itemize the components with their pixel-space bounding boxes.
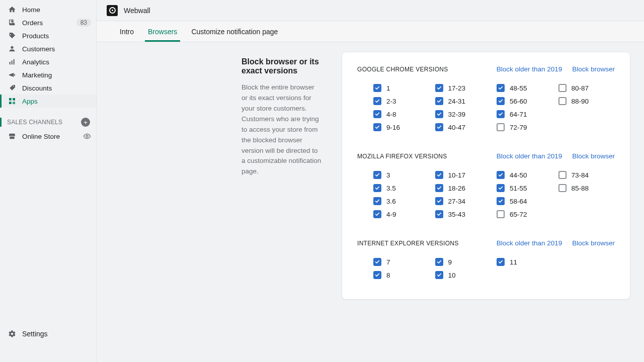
version-option[interactable]: 2-3	[373, 97, 430, 105]
analytics-icon	[7, 58, 17, 66]
version-option[interactable]: 73-84	[558, 171, 615, 179]
block-browser-link[interactable]: Block browser	[572, 152, 615, 160]
sidebar-item-apps[interactable]: Apps	[0, 95, 96, 108]
version-option[interactable]: 65-72	[497, 210, 553, 218]
version-option[interactable]: 35-43	[435, 210, 492, 218]
block-older-link[interactable]: Block older than 2019	[497, 65, 562, 73]
checkbox-icon[interactable]	[373, 110, 381, 118]
checkbox-icon[interactable]	[373, 210, 381, 218]
version-label: 56-60	[510, 98, 527, 105]
sales-channels-label: SALES CHANNELS	[7, 119, 62, 126]
checkbox-icon[interactable]	[435, 97, 443, 105]
sidebar-channel-online-store[interactable]: Online Store	[0, 130, 96, 143]
version-option[interactable]: 9	[435, 258, 492, 266]
sidebar-item-orders[interactable]: Orders83	[0, 16, 96, 29]
checkbox-icon[interactable]	[497, 184, 505, 192]
block-older-link[interactable]: Block older than 2019	[497, 239, 562, 247]
version-option[interactable]: 44-50	[497, 171, 553, 179]
checkbox-icon[interactable]	[497, 197, 505, 205]
checkbox-icon[interactable]	[435, 84, 443, 92]
sidebar-item-analytics[interactable]: Analytics	[0, 55, 96, 68]
version-option[interactable]: 9-16	[373, 123, 430, 131]
sidebar-item-customers[interactable]: Customers	[0, 42, 96, 55]
version-option[interactable]: 4-9	[373, 210, 430, 218]
checkbox-icon[interactable]	[373, 271, 381, 279]
version-option[interactable]: 64-71	[497, 110, 553, 118]
checkbox-icon[interactable]	[435, 258, 443, 266]
checkbox-icon[interactable]	[558, 171, 567, 179]
checkbox-icon[interactable]	[373, 123, 381, 131]
version-option[interactable]: 10-17	[435, 171, 492, 179]
checkbox-icon[interactable]	[497, 110, 505, 118]
version-option[interactable]: 85-88	[558, 184, 615, 192]
version-option[interactable]: 10	[435, 271, 492, 279]
version-option[interactable]: 11	[497, 258, 553, 266]
version-option[interactable]: 8	[373, 271, 430, 279]
checkbox-icon[interactable]	[373, 84, 381, 92]
checkbox-icon[interactable]	[373, 258, 381, 266]
checkbox-icon[interactable]	[497, 97, 505, 105]
version-option[interactable]: 24-31	[435, 97, 492, 105]
version-option[interactable]: 32-39	[435, 110, 492, 118]
version-option[interactable]: 40-47	[435, 123, 492, 131]
version-label: 40-47	[448, 124, 466, 131]
checkbox-icon[interactable]	[435, 210, 443, 218]
sidebar-item-home[interactable]: Home	[0, 3, 96, 16]
sidebar-item-discounts[interactable]: Discounts	[0, 81, 96, 95]
tab-browsers[interactable]: Browsers	[141, 21, 184, 42]
version-option[interactable]: 18-26	[435, 184, 492, 192]
add-channel-icon[interactable]: +	[81, 118, 90, 127]
version-option[interactable]: 88-90	[558, 97, 615, 105]
checkbox-icon[interactable]	[373, 197, 381, 205]
content: Block browser or its exact versions Bloc…	[97, 42, 644, 362]
block-browser-link[interactable]: Block browser	[572, 65, 615, 73]
version-option[interactable]: 58-64	[497, 197, 553, 205]
version-option[interactable]: 3.6	[373, 197, 430, 205]
version-option[interactable]: 72-79	[497, 123, 553, 131]
version-option[interactable]: 51-55	[497, 184, 553, 192]
tabs: IntroBrowsersCustomize notification page	[97, 21, 644, 42]
version-option[interactable]: 4-8	[373, 110, 430, 118]
sidebar-badge: 83	[76, 19, 91, 27]
version-option[interactable]: 3.5	[373, 184, 430, 192]
svg-point-10	[86, 135, 88, 137]
tab-customize-notification-page[interactable]: Customize notification page	[184, 21, 285, 42]
tab-intro[interactable]: Intro	[113, 21, 141, 42]
version-option[interactable]: 7	[373, 258, 430, 266]
version-option[interactable]: 1	[373, 84, 430, 92]
block-older-link[interactable]: Block older than 2019	[497, 152, 562, 160]
checkbox-icon[interactable]	[558, 184, 567, 192]
version-option[interactable]: 56-60	[497, 97, 553, 105]
checkbox-icon[interactable]	[558, 97, 567, 105]
sidebar-item-settings[interactable]: Settings	[0, 326, 96, 342]
checkbox-icon[interactable]	[435, 197, 443, 205]
block-browser-link[interactable]: Block browser	[572, 239, 615, 247]
checkbox-icon[interactable]	[497, 123, 505, 131]
checkbox-icon[interactable]	[435, 271, 443, 279]
checkbox-icon[interactable]	[435, 171, 443, 179]
checkbox-icon[interactable]	[373, 184, 381, 192]
sidebar-item-products[interactable]: Products	[0, 29, 96, 42]
version-label: 48-55	[510, 84, 527, 92]
version-option[interactable]: 17-23	[435, 84, 492, 92]
checkbox-icon[interactable]	[497, 171, 505, 179]
checkbox-icon[interactable]	[435, 123, 443, 131]
checkbox-icon[interactable]	[373, 171, 381, 179]
sidebar-item-label: Orders	[22, 19, 76, 27]
checkbox-icon[interactable]	[435, 184, 443, 192]
checkbox-icon[interactable]	[558, 84, 567, 92]
sidebar-item-marketing[interactable]: Marketing	[0, 68, 96, 81]
checkbox-icon[interactable]	[497, 84, 505, 92]
eye-icon[interactable]	[83, 132, 91, 140]
version-option[interactable]: 48-55	[497, 84, 553, 92]
checkbox-icon[interactable]	[435, 110, 443, 118]
settings-label: Settings	[22, 330, 48, 338]
checkbox-icon[interactable]	[373, 97, 381, 105]
version-option[interactable]: 3	[373, 171, 430, 179]
checkbox-icon[interactable]	[497, 258, 505, 266]
version-option[interactable]: 80-87	[558, 84, 615, 92]
version-option[interactable]: 27-34	[435, 197, 492, 205]
version-label: 10-17	[448, 171, 466, 179]
discounts-icon	[7, 84, 17, 92]
checkbox-icon[interactable]	[497, 210, 505, 218]
